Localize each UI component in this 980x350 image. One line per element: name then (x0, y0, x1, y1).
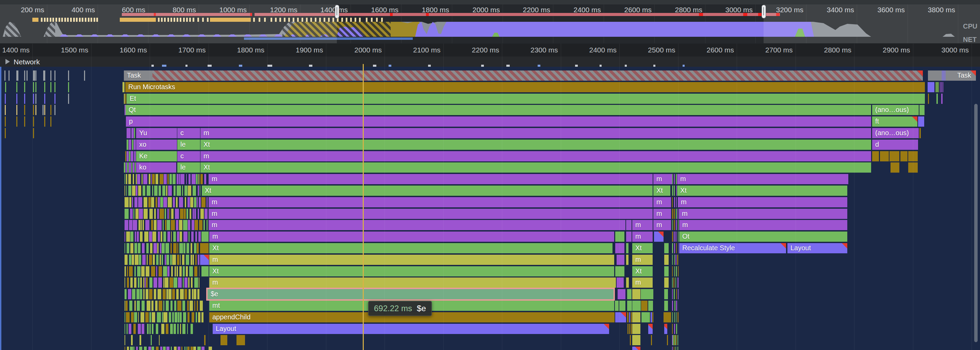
flame-sliver[interactable] (137, 174, 140, 184)
flame-sliver[interactable] (153, 255, 155, 265)
flame-bar-xt[interactable]: Xt (200, 140, 871, 150)
flame-sliver[interactable] (157, 243, 159, 253)
flame-bar[interactable] (619, 300, 625, 311)
flame-sliver[interactable] (195, 255, 196, 265)
flame-sliver[interactable] (171, 232, 172, 242)
network-request-dash[interactable] (575, 65, 578, 67)
flame-sliver[interactable] (140, 278, 142, 288)
flame-sliver[interactable] (200, 300, 203, 311)
flame-sliver[interactable] (674, 266, 675, 276)
tiny-task-sliver[interactable] (35, 82, 37, 92)
flame-sliver[interactable] (178, 278, 182, 288)
flame-sliver[interactable] (138, 197, 142, 207)
flame-sliver[interactable] (172, 289, 175, 299)
flame-sliver[interactable] (167, 174, 169, 184)
flame-sliver[interactable] (151, 347, 154, 350)
tiny-task-sliver[interactable] (8, 70, 10, 81)
flame-bar--e[interactable]: $e (208, 289, 614, 299)
tiny-task-sliver[interactable] (33, 94, 34, 104)
flame-sliver[interactable] (146, 266, 150, 276)
flame-sliver[interactable] (195, 232, 197, 242)
flame-sliver[interactable] (672, 347, 673, 350)
flame-bar-m[interactable]: m (200, 128, 871, 138)
flame-sliver[interactable] (191, 255, 192, 265)
flame-sliver[interactable] (198, 255, 199, 265)
flame-sliver[interactable] (197, 289, 199, 299)
flame-sliver[interactable] (126, 232, 130, 242)
flame-sliver[interactable] (159, 335, 159, 345)
flame-sliver[interactable] (130, 209, 133, 219)
flame-sliver[interactable] (676, 174, 677, 184)
flame-sliver[interactable] (189, 289, 191, 299)
flame-sliver[interactable] (141, 266, 145, 276)
flame-sliver[interactable] (193, 347, 196, 350)
flame-sliver[interactable] (166, 185, 167, 196)
tiny-task-sliver[interactable] (5, 94, 6, 104)
flame-sliver[interactable] (134, 197, 137, 207)
flame-bar-m[interactable]: m (653, 209, 671, 219)
flame-bar[interactable] (673, 335, 674, 345)
flame-sliver[interactable] (126, 300, 127, 311)
flame-sliver[interactable] (146, 289, 148, 299)
flame-sliver[interactable] (145, 278, 146, 288)
flame-sliver[interactable] (159, 209, 164, 219)
flame-bar-m[interactable]: m (208, 174, 653, 184)
flame-bar-m[interactable]: m (677, 174, 848, 184)
flame-sliver[interactable] (156, 174, 159, 184)
flame-sliver[interactable] (174, 300, 176, 311)
flame-sliver[interactable] (674, 197, 675, 207)
detail-ruler[interactable]: 1400 ms1500 ms1600 ms1700 ms1800 ms1900 … (0, 43, 980, 57)
flame-bar[interactable] (900, 151, 907, 161)
flame-bar[interactable] (127, 128, 130, 138)
flame-sliver[interactable] (179, 174, 180, 184)
flame-bar[interactable] (626, 255, 628, 265)
flame-bar[interactable] (632, 300, 641, 311)
network-track-header[interactable]: Network (0, 56, 980, 67)
flame-sliver[interactable] (130, 232, 134, 242)
network-request-dash[interactable] (600, 65, 601, 67)
disclosure-triangle-icon[interactable] (5, 59, 10, 64)
flame-sliver[interactable] (676, 243, 677, 253)
flame-bar--ano-ous-[interactable]: (ano…ous) (872, 105, 919, 115)
flame-sliver[interactable] (152, 324, 153, 334)
flame-bar[interactable] (651, 335, 652, 345)
flame-sliver[interactable] (194, 278, 198, 288)
tiny-task-sliver[interactable] (16, 117, 18, 127)
flame-bar[interactable] (945, 70, 945, 81)
flame-sliver[interactable] (180, 324, 181, 334)
flame-bar-m[interactable]: m (679, 209, 847, 219)
flame-sliver[interactable] (180, 209, 183, 219)
flame-sliver[interactable] (182, 300, 185, 311)
tiny-task-sliver[interactable] (50, 105, 51, 115)
flame-sliver[interactable] (128, 185, 131, 196)
tiny-task-sliver[interactable] (68, 94, 69, 104)
flame-sliver[interactable] (140, 335, 141, 345)
flame-bar[interactable] (626, 232, 632, 242)
flame-sliver[interactable] (157, 220, 161, 230)
network-request-dash[interactable] (162, 65, 166, 67)
flame-sliver[interactable] (202, 197, 205, 207)
flame-sliver[interactable] (183, 220, 188, 230)
flame-sliver[interactable] (674, 209, 675, 219)
flame-sliver[interactable] (191, 278, 192, 288)
flame-sliver[interactable] (158, 197, 160, 207)
flame-sliver[interactable] (159, 255, 161, 265)
flame-bar[interactable] (208, 347, 212, 350)
flame-sliver[interactable] (672, 243, 673, 253)
flame-sliver[interactable] (151, 220, 153, 230)
main-thread-flame-chart[interactable]: TaskTaskRun MicrotasksEtQt(ano…ous)pftYu… (0, 67, 980, 350)
tiny-task-sliver[interactable] (35, 94, 37, 104)
flame-sliver[interactable] (173, 324, 176, 334)
flame-sliver[interactable] (197, 197, 198, 207)
flame-sliver[interactable] (176, 220, 178, 230)
flame-sliver[interactable] (167, 266, 169, 276)
flame-sliver[interactable] (198, 312, 200, 323)
flame-bar[interactable] (127, 151, 129, 161)
flame-sliver[interactable] (124, 312, 125, 323)
network-request-dash[interactable] (185, 65, 188, 67)
flame-sliver[interactable] (185, 185, 188, 196)
flame-sliver[interactable] (131, 335, 133, 345)
network-request-dash[interactable] (538, 65, 540, 67)
tiny-task-sliver[interactable] (54, 82, 56, 92)
flame-sliver[interactable] (153, 232, 156, 242)
